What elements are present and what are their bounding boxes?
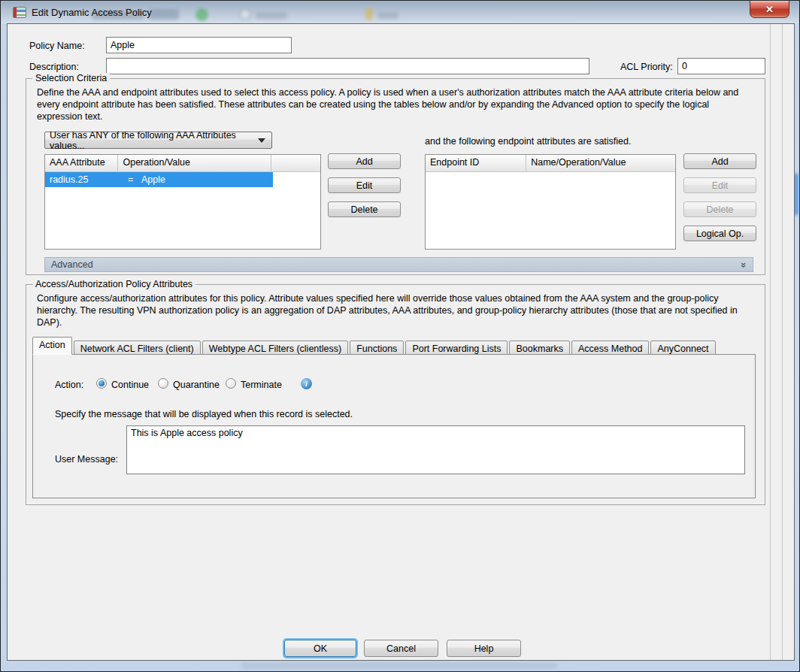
dialog-client-area: Policy Name: Description: ACL Priority: … [7, 23, 795, 661]
endpoint-add-label: Add [711, 156, 728, 167]
blurred-toolbar-forward-label [256, 12, 287, 19]
dropdown-arrow-icon [258, 138, 265, 143]
endpoint-attributes-table[interactable]: Endpoint ID Name/Operation/Value [425, 154, 676, 250]
endpoint-delete-label: Delete [706, 204, 733, 215]
endpoint-table-header: Endpoint ID Name/Operation/Value [426, 155, 675, 172]
policy-attributes-group: Access/Authorization Policy Attributes C… [26, 284, 765, 505]
app-icon [13, 7, 26, 18]
acl-priority-input[interactable] [677, 58, 765, 74]
aaa-delete-button[interactable]: Delete [328, 201, 401, 217]
help-button[interactable]: Help [447, 640, 521, 657]
user-message-hint: Specify the message that will be display… [55, 409, 353, 419]
help-label: Help [474, 643, 494, 654]
advanced-expander[interactable]: Advanced » [44, 257, 753, 272]
close-icon: ✕ [765, 4, 774, 15]
scroll-track-line [782, 24, 783, 660]
endpoint-edit-button: Edit [683, 177, 756, 193]
endpoint-logical-op-label: Logical Op. [696, 229, 744, 239]
policy-attributes-title: Access/Authorization Policy Attributes [32, 279, 195, 289]
cancel-label: Cancel [386, 643, 416, 654]
tab-action[interactable]: Action [32, 337, 72, 355]
endpoint-col-id[interactable]: Endpoint ID [426, 155, 526, 171]
description-input[interactable] [106, 58, 589, 74]
endpoint-add-button[interactable]: Add [683, 153, 756, 169]
user-message-label: User Message: [55, 454, 118, 465]
blurred-toolbar-icon-green-circle [195, 8, 208, 21]
info-icon[interactable]: i [301, 378, 312, 389]
action-tab-panel: Action: Continue Quarantine Terminate i … [32, 354, 756, 498]
aaa-edit-button[interactable]: Edit [328, 177, 401, 193]
ok-button[interactable]: OK [284, 640, 356, 657]
policy-attributes-description: Configure access/authorization attribute… [37, 292, 753, 328]
selection-criteria-title: Selection Criteria [32, 73, 110, 83]
aaa-row-operation: = [119, 174, 134, 185]
title-bar[interactable]: Edit Dynamic Access Policy [2, 2, 798, 23]
close-button[interactable]: ✕ [750, 1, 789, 18]
aaa-col-operation-value[interactable]: Operation/Value [118, 155, 271, 171]
aaa-col-attribute[interactable]: AAA Attribute [45, 155, 118, 171]
user-message-textarea[interactable]: This is Apple access policy [126, 425, 745, 474]
frame-bottom-glass-blur [241, 662, 557, 669]
policy-name-input[interactable] [106, 37, 292, 53]
chevron-down-icon: » [738, 262, 750, 267]
aaa-match-dropdown-value: User has ANY of the following AAA Attrib… [50, 130, 258, 151]
aaa-row-value: Apple [134, 174, 262, 185]
aaa-row-attribute: radius.25 [45, 174, 119, 185]
policy-attributes-tabs: ActionNetwork ACL Filters (client)Webtyp… [32, 337, 717, 354]
selection-criteria-group: Selection Criteria Define the AAA and en… [26, 78, 765, 275]
dialog-window: Edit Dynamic Access Policy ✕ Policy Name… [0, 0, 800, 672]
radio-quarantine-label[interactable]: Quarantine [173, 380, 220, 390]
blurred-toolbar-icon-help-key [365, 8, 373, 20]
endpoint-col-name-op-value[interactable]: Name/Operation/Value [526, 155, 675, 171]
endpoint-delete-button: Delete [683, 201, 756, 217]
radio-continue[interactable] [96, 378, 107, 389]
advanced-label: Advanced [51, 259, 93, 270]
radio-quarantine[interactable] [158, 378, 168, 389]
policy-name-label: Policy Name: [29, 41, 85, 51]
description-label: Description: [29, 62, 79, 72]
aaa-edit-label: Edit [356, 180, 373, 191]
aaa-table-header: AAA Attribute Operation/Value [45, 155, 320, 172]
scroll-track-line [770, 24, 771, 660]
blurred-toolbar-icon-forward-circle [239, 8, 251, 20]
action-label: Action: [55, 380, 83, 390]
acl-priority-label: ACL Priority: [620, 62, 673, 72]
aaa-add-label: Add [356, 156, 372, 167]
aaa-delete-label: Delete [350, 204, 377, 215]
aaa-add-button[interactable]: Add [328, 153, 401, 169]
endpoint-caption: and the following endpoint attributes ar… [425, 136, 631, 147]
aaa-attributes-table[interactable]: AAA Attribute Operation/Value radius.25 … [44, 154, 321, 250]
blurred-toolbar-help-label [377, 12, 398, 19]
cancel-button[interactable]: Cancel [364, 640, 438, 657]
blurred-toolbar-icon-blue [149, 9, 179, 20]
window-title: Edit Dynamic Access Policy [32, 7, 152, 18]
radio-terminate-label[interactable]: Terminate [241, 380, 282, 390]
selection-criteria-description: Define the AAA and endpoint attributes u… [37, 86, 753, 123]
aaa-col-filler [271, 155, 320, 171]
aaa-table-row-selected[interactable]: radius.25 = Apple [45, 172, 273, 187]
aaa-match-dropdown[interactable]: User has ANY of the following AAA Attrib… [44, 132, 272, 149]
endpoint-edit-label: Edit [712, 180, 729, 191]
radio-terminate[interactable] [226, 378, 236, 389]
endpoint-logical-op-button[interactable]: Logical Op. [683, 226, 756, 241]
ok-label: OK [314, 643, 327, 654]
radio-continue-label[interactable]: Continue [111, 380, 149, 390]
